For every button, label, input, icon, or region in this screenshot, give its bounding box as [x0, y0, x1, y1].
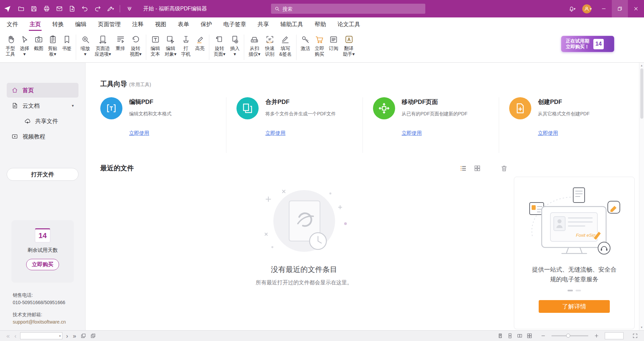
ribbon-tool-translate[interactable]: 翻译助手▾	[341, 34, 357, 58]
scrollbar[interactable]: ▲ ▼	[639, 63, 644, 330]
ribbon-tool-ocr[interactable]: 快速识别	[263, 34, 277, 58]
first-page-button[interactable]: «	[4, 333, 12, 339]
carousel-dot-2[interactable]	[576, 290, 581, 291]
ribbon-tool-scanner[interactable]: 从扫描仪▾	[246, 34, 263, 58]
carousel-dot-1[interactable]	[568, 290, 573, 291]
next-view-icon[interactable]	[90, 333, 96, 339]
email-quick-button[interactable]	[53, 2, 66, 15]
zoom-slider[interactable]	[551, 335, 588, 336]
ribbon-tool-rotate-view[interactable]: 旋转视图▾	[127, 34, 144, 58]
ribbon-tool-zoom[interactable]: 缩放▾	[78, 34, 92, 58]
use-now-link[interactable]: 立即使用	[538, 130, 558, 136]
ribbon-tool-buy-now[interactable]: 立即购买	[313, 34, 327, 58]
sidebar-item-home[interactable]: 首页	[7, 83, 78, 98]
search-input[interactable]	[282, 6, 422, 12]
buy-now-button[interactable]: 立即购买	[26, 259, 59, 270]
fullscreen-icon[interactable]	[632, 333, 638, 339]
menu-home[interactable]: 主页	[30, 17, 41, 31]
menu-accessibility[interactable]: 辅助工具	[280, 17, 303, 31]
ribbon-tool-edit-text[interactable]: 编辑文本	[148, 34, 162, 58]
zoom-percent-input[interactable]	[605, 334, 623, 338]
ribbon-tool-typewriter[interactable]: 打字机	[179, 34, 193, 58]
ribbon-tool-subscribe[interactable]: 订阅	[327, 34, 341, 52]
menu-view[interactable]: 视图	[155, 17, 166, 31]
last-page-button[interactable]: »	[70, 333, 78, 339]
use-now-link[interactable]: 立即使用	[402, 130, 422, 136]
trial-period-badge[interactable]: 正在试用期 立即购买！ 14	[561, 36, 614, 52]
zoom-percent-box[interactable]	[605, 332, 624, 339]
ribbon-separator	[146, 35, 146, 60]
continuous-view-icon[interactable]	[507, 333, 513, 339]
scroll-up-arrow[interactable]: ▲	[640, 63, 643, 68]
global-search-box[interactable]	[271, 4, 425, 14]
customize-toolbar-button[interactable]	[123, 2, 136, 15]
ribbon-tool-bookmark[interactable]: 书签	[60, 34, 74, 52]
menu-esign[interactable]: 电子签章	[223, 17, 246, 31]
menu-convert[interactable]: 转换	[52, 17, 64, 31]
empty-state-desc: 所有最近打开过的文件都会显示在这里。	[100, 279, 508, 286]
prev-page-button[interactable]: ‹	[12, 333, 19, 339]
zoom-out-button[interactable]	[540, 333, 546, 339]
ribbon-tool-fit-page[interactable]: 页面适应选项▾	[92, 34, 113, 58]
ribbon-tool-activate[interactable]: 激活	[299, 34, 313, 52]
ribbon-tool-hand[interactable]: 手型工具	[3, 34, 17, 58]
clear-recent-button[interactable]	[500, 165, 508, 172]
continuous-facing-view-icon[interactable]	[527, 333, 532, 339]
menu-comment[interactable]: 注释	[132, 17, 144, 31]
sidebar-item-cloud-docs[interactable]: 云文档 ▾	[7, 98, 78, 113]
menu-share[interactable]: 共享	[258, 17, 269, 31]
minimize-button[interactable]	[596, 0, 612, 17]
ribbon-tool-clipboard[interactable]: 剪贴板▾	[46, 34, 60, 58]
next-page-button[interactable]: ›	[64, 333, 70, 339]
ribbon-tool-reflow[interactable]: 重排	[113, 34, 127, 52]
undo-button[interactable]	[78, 2, 91, 15]
bookmark-icon	[62, 35, 71, 44]
redo-button[interactable]	[91, 2, 104, 15]
facing-view-icon[interactable]	[517, 333, 523, 339]
ribbon-tool-fill-sign[interactable]: 填写&签名	[277, 34, 294, 58]
sidebar-item-shared-files[interactable]: 共享文件	[7, 114, 78, 128]
export-quick-button[interactable]	[66, 2, 78, 15]
chevron-down-icon[interactable]: ▾	[59, 334, 62, 338]
learn-more-button[interactable]: 了解详情	[539, 300, 610, 313]
sign-quick-button[interactable]: ▾	[104, 2, 117, 15]
menu-file[interactable]: 文件	[7, 17, 18, 31]
save-quick-button[interactable]	[28, 2, 40, 15]
menu-form[interactable]: 表单	[178, 17, 189, 31]
grid-view-button[interactable]	[474, 165, 481, 172]
sidebar-item-video-tutorials[interactable]: 视频教程	[7, 129, 78, 144]
export-icon	[69, 5, 75, 12]
account-button[interactable]: ▾	[578, 2, 596, 15]
use-now-link[interactable]: 立即使用	[265, 130, 285, 136]
open-file-quick-button[interactable]	[15, 2, 28, 15]
menu-help[interactable]: 帮助	[315, 17, 326, 31]
menu-paper-tools[interactable]: 论文工具	[337, 17, 360, 31]
ribbon-tool-snapshot[interactable]: 截图	[32, 34, 46, 52]
print-quick-button[interactable]	[40, 2, 53, 15]
menu-edit[interactable]: 编辑	[75, 17, 87, 31]
previous-view-icon[interactable]	[80, 333, 86, 339]
close-button[interactable]	[628, 0, 644, 17]
scroll-down-arrow[interactable]: ▼	[640, 325, 643, 330]
zoom-slider-thumb[interactable]	[566, 334, 570, 338]
scrollbar-thumb[interactable]	[640, 68, 643, 119]
ribbon-tool-highlight[interactable]: 高亮	[193, 34, 207, 52]
app-menu-button[interactable]	[0, 0, 15, 17]
open-file-button[interactable]: 打开文件	[7, 168, 78, 181]
single-page-view-icon[interactable]	[497, 333, 503, 339]
restore-window-button[interactable]	[612, 0, 628, 17]
page-number-input[interactable]	[20, 333, 59, 338]
ribbon-tool-rotate-page[interactable]: 旋转页面▾	[211, 34, 228, 58]
menu-protect[interactable]: 保护	[201, 17, 212, 31]
list-view-button[interactable]	[460, 165, 467, 172]
support-email-link[interactable]: support@foxitsoftware.cn	[13, 318, 66, 326]
chevron-down-icon[interactable]: ▾	[72, 103, 74, 108]
notifications-button[interactable]: ▾	[566, 2, 578, 15]
ribbon-tool-edit-object[interactable]: 编辑对象▾	[162, 34, 179, 58]
ribbon-tool-select[interactable]: 选择▾	[17, 34, 32, 58]
use-now-link[interactable]: 立即使用	[129, 130, 149, 136]
ribbon-tool-insert-page[interactable]: 插入▾	[228, 34, 242, 58]
menu-page-management[interactable]: 页面管理	[98, 17, 121, 31]
page-number-box[interactable]: ▾	[20, 332, 62, 339]
zoom-in-button[interactable]	[594, 333, 599, 339]
